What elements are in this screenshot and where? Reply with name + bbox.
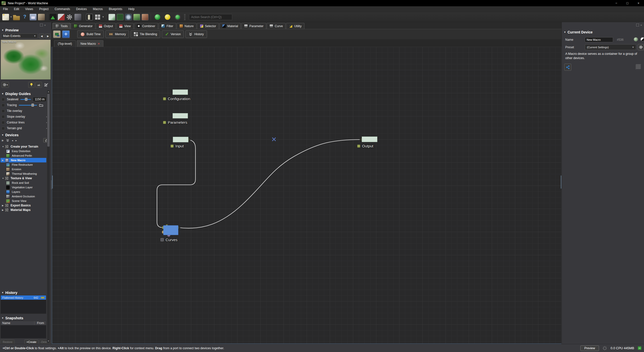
preset-settings-button[interactable] [638,44,644,50]
tiled-export-orb-icon[interactable] [175,14,180,20]
tree-item-flow-restructure[interactable]: Flow Restructure [1,162,46,167]
sealevel-checkbox[interactable] [2,98,5,101]
current-device-header[interactable]: ▼ Current Device [564,30,593,34]
tab-curve[interactable]: Curve [267,23,286,29]
expander-icon[interactable]: ▼ [2,146,5,148]
device-status-icon[interactable] [163,97,166,100]
node-graph-canvas[interactable]: Configuration Parameters Input Output Cu… [52,47,561,344]
node-parameters[interactable] [173,113,188,118]
preview-settings-button[interactable]: ▼ [2,82,9,88]
panel-float-icon[interactable] [636,24,639,26]
nav-back-icon[interactable]: ◂ [12,139,13,142]
menu-project[interactable]: Project [36,6,52,12]
memory-button[interactable]: Memory [105,30,129,38]
device-status-icon[interactable] [163,121,166,124]
contour-lines-checkbox[interactable] [2,121,5,124]
close-tab-icon[interactable]: × [98,42,100,46]
menu-blueprints[interactable]: Blueprints [106,6,125,12]
share-macro-button[interactable] [564,64,571,71]
panel-close-icon[interactable]: × [44,24,46,27]
material-preview-button[interactable] [35,82,42,88]
tree-item-thermal-weathering[interactable]: Thermal Weathering [1,171,46,176]
parameter-table-icon[interactable] [636,64,641,69]
device-status-icon[interactable] [171,145,174,148]
tree-item-ambient-occlusion[interactable]: Ambient Occlusion [1,194,46,199]
left-panel-scrollbar[interactable]: ▲ ▼ [47,90,50,343]
snapshots-col-name[interactable]: Name [1,321,10,325]
tab-new-macro[interactable]: New Macro × [77,40,103,47]
tree-group-texture-and-view[interactable]: ▼ Texture & View [1,176,46,181]
tree-item-erosion[interactable]: Erosion [1,167,46,171]
macro-tool-button[interactable] [53,30,61,38]
explorer-workview-icon[interactable] [125,14,132,20]
sealevel-slider[interactable] [20,98,31,101]
extents-select[interactable]: Main Extents ▼ [1,33,38,38]
action-search-input[interactable] [189,14,232,20]
history-button[interactable]: History [185,30,207,38]
menu-views[interactable]: Views [22,6,36,12]
close-button[interactable]: × [633,0,644,6]
node-curves[interactable] [163,225,178,235]
save-project-icon[interactable] [30,14,36,20]
expand-all-icon[interactable]: » [2,138,4,142]
tree-item-easy-distortion[interactable]: Easy Distortion [1,149,46,153]
tile-blending-button[interactable]: Tile Blending [131,30,160,38]
expander-icon[interactable]: ▶ [2,159,5,161]
panel-close-icon[interactable]: × [640,24,642,27]
layout-workview-icon[interactable] [117,14,124,20]
scrollbar-thumb[interactable] [47,94,50,147]
project-wizard-icon[interactable] [38,14,45,20]
tree-item-scene-view[interactable]: Scene View [1,199,46,203]
tree-item-rock-and-soil[interactable]: Rock and Soil [1,181,46,185]
tracing-checkbox[interactable] [2,104,5,107]
new-project-icon[interactable]: ✶ [2,14,9,20]
node-output[interactable] [362,137,377,142]
tree-item-advanced-perlin[interactable]: Advanced Perlin [1,153,46,158]
project-settings-gear-icon[interactable] [66,14,73,20]
tab-filter[interactable]: Filter [158,23,176,29]
terrain-preview[interactable]: New Macro [1,39,51,80]
add-device-button[interactable]: + [62,30,70,38]
tab-parameter[interactable]: Parameter [241,23,266,29]
history-section-header[interactable]: ▼ History [2,291,17,295]
panel-float-icon[interactable] [40,24,43,26]
render-extents-icon[interactable] [58,14,65,20]
tab-combiner[interactable]: Combiner [134,23,158,29]
help-wizard-icon[interactable]: ? [21,14,28,20]
tab-top-level[interactable]: (Top-level) [54,40,76,47]
expander-icon[interactable]: ▼ [2,177,5,180]
device-name-input[interactable] [585,37,613,42]
pane-layout-caret-icon[interactable]: ▼ [102,16,104,18]
maximize-button[interactable]: □ [622,0,633,6]
menu-commands[interactable]: Commands [52,6,73,12]
lighting-button[interactable] [28,82,35,88]
device-status-icon[interactable] [160,238,164,241]
project-setup-icon[interactable] [50,14,56,20]
tracing-folder-icon[interactable] [39,103,43,107]
tab-utility[interactable]: Utility [286,23,304,29]
node-input[interactable] [173,137,188,142]
preview-mode-button[interactable]: Preview [580,345,599,351]
build-time-button[interactable]: Build Time [77,30,104,38]
collapse-all-icon[interactable] [6,139,9,142]
menu-file[interactable]: File [0,6,11,12]
scroll-up-icon[interactable]: ▲ [47,90,50,93]
expander-icon[interactable]: ▶ [2,209,5,211]
snapshots-col-from[interactable]: From [34,321,46,325]
build-world-orb-icon[interactable] [155,14,160,20]
node-configuration[interactable] [173,90,188,95]
toolbar-grip[interactable] [184,14,185,20]
device-workview-icon[interactable] [108,14,115,20]
tab-view[interactable]: View [116,23,134,29]
prev-device-button[interactable]: ◀ [39,33,44,38]
preset-select[interactable]: (Current Settings) ▼ [585,44,636,50]
menu-edit[interactable]: Edit [11,6,22,12]
single-pane-view-icon[interactable] [86,14,93,20]
tiled-build-icon[interactable] [74,14,81,20]
expander-icon[interactable]: ▶ [2,204,5,207]
devices-section-header[interactable]: ▼ Devices [2,133,19,137]
sealevel-value[interactable]: 1150 m [33,97,46,102]
preview-section-header[interactable]: ▼ Preview [2,28,19,32]
menu-macros[interactable]: Macros [90,6,106,12]
snapshots-list[interactable] [1,325,46,338]
